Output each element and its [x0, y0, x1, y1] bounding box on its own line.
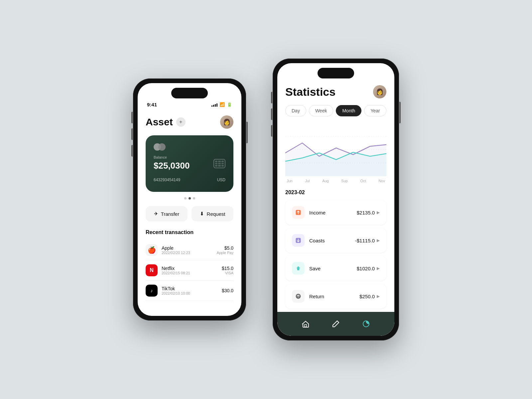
asset-header: Asset + 👩 — [146, 115, 233, 129]
status-time: 9:41 — [147, 102, 157, 107]
card-dot-3 — [193, 197, 195, 200]
stats-right: $1020.0 ▶ — [357, 266, 380, 271]
tx-name: TikTok — [162, 286, 190, 291]
save-icon — [292, 262, 305, 275]
return-value: $250.0 — [359, 294, 375, 299]
signal-bars-icon — [211, 103, 217, 107]
table-row: N Netflix 2022/02/15 08:21 $15.0 VISA — [146, 260, 233, 281]
nav-stats-button[interactable] — [360, 318, 372, 330]
tx-date: 2022/02/10 10:00 — [162, 291, 190, 295]
chart-label-aug: Aug — [322, 179, 329, 183]
chart-label-nov: Nov — [378, 179, 385, 183]
battery-icon: 🔋 — [227, 102, 232, 107]
return-arrow-icon: ▶ — [377, 294, 380, 299]
card-chip-icon — [213, 159, 225, 168]
save-arrow-icon: ▶ — [377, 266, 380, 271]
mastercard-logo — [154, 143, 225, 151]
coasts-arrow-icon: ▶ — [377, 238, 380, 243]
statistics-chart — [285, 123, 386, 176]
income-stat-item[interactable]: Income $2135.0 ▶ — [285, 200, 386, 225]
tx-info: TikTok 2022/02/10 10:00 — [162, 286, 190, 295]
card-number: 643293454149 — [154, 178, 180, 182]
nav-home-button[interactable] — [300, 318, 312, 330]
request-icon: ⬇ — [200, 211, 204, 217]
tx-right: $5.0 Apple Pay — [217, 245, 233, 255]
transfer-label: Transfer — [161, 211, 179, 217]
tx-amount: $30.0 — [222, 288, 233, 293]
dynamic-island-2 — [318, 68, 354, 78]
tx-method: Apple Pay — [217, 251, 233, 255]
chip-cell — [221, 165, 224, 167]
signal-bar-3 — [215, 104, 216, 107]
chart-label-sup: Sup — [341, 179, 348, 183]
stats-right: $2135.0 ▶ — [357, 210, 380, 215]
return-stat-item[interactable]: Return $250.0 ▶ — [285, 284, 386, 309]
tx-amount: $15.0 — [222, 266, 233, 271]
asset-content: Asset + 👩 Balance $25,0300 — [138, 110, 241, 309]
credit-card: Balance $25,0300 64329345414 — [146, 135, 233, 192]
tx-info: Apple 2022/02/20 12:23 — [162, 245, 190, 255]
asset-title: Asset + — [146, 116, 186, 128]
chip-cell — [221, 163, 224, 165]
phone-stats: Statistics 👩 Day Week Month Year — [273, 59, 399, 340]
stats-item-left: Income — [292, 206, 326, 219]
request-button[interactable]: ⬇ Request — [192, 206, 233, 221]
chip-cell — [221, 161, 224, 162]
stats-item-left: Coasts — [292, 234, 325, 247]
period-year-button[interactable]: Year — [364, 105, 386, 116]
tx-amount: $5.0 — [217, 245, 233, 251]
stats-content: Statistics 👩 Day Week Month Year — [277, 63, 394, 309]
tiktok-icon: ♪ — [146, 285, 158, 297]
tx-info: Netflix 2022/02/15 08:21 — [162, 266, 190, 275]
income-arrow-icon: ▶ — [377, 210, 380, 215]
apple-icon: 🍎 — [146, 244, 158, 256]
nav-edit-button[interactable] — [330, 318, 342, 330]
chip-cell — [218, 165, 220, 167]
svg-rect-9 — [305, 325, 307, 327]
coasts-label: Coasts — [309, 238, 325, 243]
add-button[interactable]: + — [176, 117, 186, 127]
period-day-button[interactable]: Day — [285, 105, 306, 116]
request-label: Request — [207, 211, 225, 217]
stats-avatar[interactable]: 👩 — [373, 85, 386, 98]
tx-method: VISA — [222, 271, 233, 275]
transfer-icon: ✈ — [154, 211, 158, 217]
tx-date: 2022/02/15 08:21 — [162, 271, 190, 275]
svg-rect-6 — [298, 266, 299, 268]
signal-bar-2 — [213, 105, 214, 107]
signal-bar-4 — [216, 103, 217, 107]
chart-label-jun: Jun — [287, 179, 293, 183]
chart-label-jul: Jul — [305, 179, 310, 183]
chart-label-oct: Oct — [360, 179, 366, 183]
coasts-value: -$1115.0 — [355, 238, 375, 243]
save-stat-item[interactable]: Save $1020.0 ▶ — [285, 256, 386, 281]
transfer-button[interactable]: ✈ Transfer — [146, 206, 188, 221]
period-selector: Day Week Month Year — [285, 105, 386, 116]
coasts-stat-item[interactable]: Coasts -$1115.0 ▶ — [285, 228, 386, 253]
chart-labels: Jun Jul Aug Sup Oct Nov — [285, 179, 386, 183]
period-week-button[interactable]: Week — [309, 105, 333, 116]
status-icons: 📶 🔋 — [211, 102, 232, 107]
card-footer: 643293454149 USD — [154, 178, 225, 182]
stats-right: -$1115.0 ▶ — [355, 238, 380, 243]
tx-left: 🍎 Apple 2022/02/20 12:23 — [146, 244, 190, 256]
chip-cell — [215, 161, 217, 162]
phone-asset: 9:41 📶 🔋 Asset + — [133, 78, 246, 321]
bottom-navigation — [277, 312, 394, 336]
income-label: Income — [309, 210, 326, 215]
period-month-button[interactable]: Month — [336, 105, 361, 116]
netflix-icon: N — [146, 264, 158, 276]
avatar[interactable]: 👩 — [220, 115, 233, 129]
action-buttons: ✈ Transfer ⬇ Request — [146, 206, 233, 221]
chart-svg — [285, 123, 386, 176]
coasts-icon — [292, 234, 305, 247]
signal-bar-1 — [211, 105, 212, 107]
table-row: ♪ TikTok 2022/02/10 10:00 $30.0 — [146, 281, 233, 301]
stats-item-left: Return — [292, 290, 324, 303]
table-row: 🍎 Apple 2022/02/20 12:23 $5.0 Apple Pay — [146, 240, 233, 260]
dynamic-island — [171, 88, 208, 98]
chip-cell — [215, 165, 217, 167]
chip-cell — [218, 161, 220, 162]
wifi-icon: 📶 — [219, 102, 225, 107]
tx-date: 2022/02/20 12:23 — [162, 251, 190, 255]
